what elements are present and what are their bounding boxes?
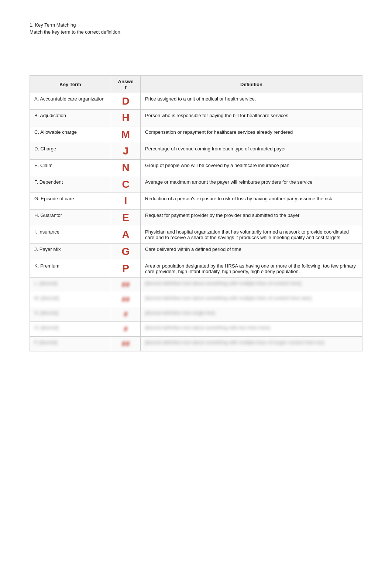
definition-cell: Price assigned to a unit of medical or h… (141, 93, 362, 110)
answer-cell: P (111, 260, 141, 278)
definition-cell: Percentage of revenue coming from each t… (141, 143, 362, 160)
term-cell: H. Guarantor (30, 210, 111, 226)
col-header-definition: Definition (141, 76, 362, 93)
term-cell: L. [blurred] (30, 278, 111, 292)
term-cell: G. Episode of care (30, 193, 111, 210)
definition-cell: [blurred definition text about something… (141, 322, 362, 337)
answer-cell: H (111, 110, 141, 126)
answer-cell: G (111, 244, 141, 260)
answer-cell: ## (111, 278, 141, 292)
term-cell: M. [blurred] (30, 292, 111, 307)
table-row: O. [blurred]#[blurred definition text ab… (30, 322, 362, 337)
definition-cell: Area or population designated by the HRS… (141, 260, 362, 278)
table-row: D. ChargeJPercentage of revenue coming f… (30, 143, 362, 160)
table-row: L. [blurred]##[blurred definition text a… (30, 278, 362, 292)
answer-letter: G (122, 246, 130, 257)
definition-cell: Physician and hospital organization that… (141, 226, 362, 244)
answer-letter: ## (121, 340, 130, 348)
page-subtitle: Match the key term to the correct defini… (30, 29, 362, 35)
answer-cell: J (111, 143, 141, 160)
definition-cell: Group of people who will be covered by a… (141, 160, 362, 176)
col-header-answer: Answer (111, 76, 141, 93)
table-row: C. Allowable chargeMCompensation or repa… (30, 126, 362, 143)
definition-cell: [blurred definition text about something… (141, 337, 362, 351)
definition-cell: Reduction of a person's exposure to risk… (141, 193, 362, 210)
answer-cell: A (111, 226, 141, 244)
definition-cell: Care delivered within a defined period o… (141, 244, 362, 260)
page-title: 1. Key Term Matching (30, 22, 362, 28)
definition-cell: Average or maximum amount the payer will… (141, 176, 362, 193)
term-cell: F. Dependent (30, 176, 111, 193)
definition-cell: Compensation or repayment for healthcare… (141, 126, 362, 143)
answer-letter: ## (121, 295, 130, 303)
term-cell: I. Insurance (30, 226, 111, 244)
answer-cell: M (111, 126, 141, 143)
term-cell: C. Allowable charge (30, 126, 111, 143)
definition-cell: [blurred definition text about something… (141, 278, 362, 292)
answer-letter: D (122, 95, 129, 107)
answer-cell: C (111, 176, 141, 193)
answer-cell: D (111, 93, 141, 110)
term-cell: K. Premium (30, 260, 111, 278)
term-cell: E. Claim (30, 160, 111, 176)
definition-cell: [blurred definition text about something… (141, 292, 362, 307)
answer-cell: ## (111, 292, 141, 307)
answer-letter: A (122, 229, 129, 240)
answer-cell: E (111, 210, 141, 226)
col-header-term: Key Term (30, 76, 111, 93)
table-row: I. InsuranceAPhysician and hospital orga… (30, 226, 362, 244)
table-row: P. [blurred]##[blurred definition text a… (30, 337, 362, 351)
key-term-table: Key Term Answer Definition A. Accountabl… (30, 75, 362, 351)
table-row: J. Payer MixGCare delivered within a def… (30, 244, 362, 260)
table-row: N. [blurred]#[blurred definition text si… (30, 307, 362, 322)
table-row: H. GuarantorERequest for payment provide… (30, 210, 362, 226)
answer-letter: N (122, 162, 129, 173)
table-row: B. AdjudicationHPerson who is responsibl… (30, 110, 362, 126)
answer-cell: I (111, 193, 141, 210)
definition-cell: Request for payment provider by the prov… (141, 210, 362, 226)
answer-letter: M (121, 129, 130, 140)
answer-letter: # (124, 310, 128, 318)
term-cell: J. Payer Mix (30, 244, 111, 260)
answer-letter: P (122, 263, 129, 274)
term-cell: N. [blurred] (30, 307, 111, 322)
term-cell: D. Charge (30, 143, 111, 160)
answer-letter: E (122, 212, 129, 223)
answer-cell: ## (111, 337, 141, 351)
answer-letter: ## (121, 280, 130, 289)
table-row: M. [blurred]##[blurred definition text a… (30, 292, 362, 307)
term-cell: B. Adjudication (30, 110, 111, 126)
definition-cell: Person who is responsible for paying the… (141, 110, 362, 126)
answer-letter: I (124, 195, 127, 207)
table-row: F. DependentCAverage or maximum amount t… (30, 176, 362, 193)
answer-cell: N (111, 160, 141, 176)
definition-cell: [blurred definition text single line] (141, 307, 362, 322)
page-header: 1. Key Term Matching Match the key term … (30, 22, 362, 35)
answer-cell: # (111, 322, 141, 337)
answer-letter: C (122, 178, 129, 190)
term-cell: P. [blurred] (30, 337, 111, 351)
term-cell: A. Accountable care organization (30, 93, 111, 110)
answer-letter: H (122, 112, 129, 123)
answer-letter: J (123, 145, 129, 157)
table-row: K. PremiumPArea or population designated… (30, 260, 362, 278)
answer-cell: # (111, 307, 141, 322)
term-cell: O. [blurred] (30, 322, 111, 337)
table-row: G. Episode of careIReduction of a person… (30, 193, 362, 210)
table-row: E. ClaimNGroup of people who will be cov… (30, 160, 362, 176)
answer-letter: # (124, 325, 128, 333)
table-row: A. Accountable care organizationDPrice a… (30, 93, 362, 110)
